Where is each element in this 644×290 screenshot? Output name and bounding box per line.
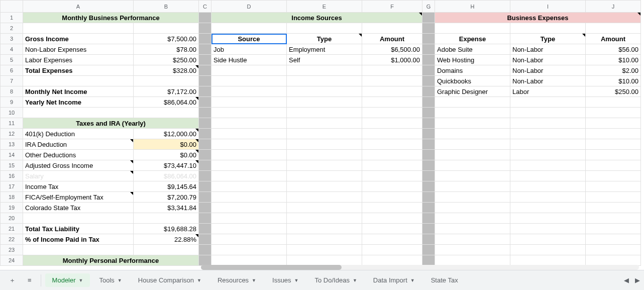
col-hdr-G[interactable]: G — [422, 1, 435, 13]
label-income-tax[interactable]: Income Tax — [23, 181, 134, 192]
val-gross-income[interactable]: $7,500.00 — [134, 34, 199, 44]
scroll-left-icon[interactable]: ◀ — [624, 276, 629, 284]
row-hdr-6[interactable]: 6 — [1, 65, 23, 76]
expense-amt-1[interactable]: $10.00 — [586, 55, 641, 65]
expense-name-0[interactable]: Adobe Suite — [435, 44, 510, 55]
tab-tools[interactable]: Tools▼ — [92, 273, 129, 287]
income-type-1[interactable]: Self — [287, 55, 362, 65]
section-monthly-business[interactable]: Monthly Business Performance — [23, 13, 199, 23]
expense-amt-3[interactable]: $10.00 — [586, 76, 641, 86]
val-total-exp[interactable]: $328.00 — [134, 65, 199, 76]
label-other-ded[interactable]: Other Deductions — [23, 150, 134, 160]
val-salary[interactable]: $86,064.00 — [134, 171, 199, 181]
expense-amt-4[interactable]: $250.00 — [586, 86, 641, 97]
tab-data-import[interactable]: Data Import▼ — [366, 273, 422, 287]
income-type-0[interactable]: Employment — [287, 44, 362, 55]
label-monthly-net[interactable]: Monthly Net Income — [23, 86, 134, 97]
row-hdr-12[interactable]: 12 — [1, 129, 23, 139]
val-total-tax[interactable]: $19,688.28 — [134, 224, 199, 234]
row-hdr-5[interactable]: 5 — [1, 55, 23, 65]
tab-todo-ideas[interactable]: To Do/Ideas▼ — [308, 273, 364, 287]
add-sheet-button[interactable]: ＋ — [4, 273, 21, 288]
val-other-ded[interactable]: $0.00 — [134, 150, 199, 160]
row-hdr-10[interactable]: 10 — [1, 108, 23, 118]
row-hdr-20[interactable]: 20 — [1, 213, 23, 224]
spreadsheet-grid[interactable]: A B C D E F G H I J 1 Monthly Business P… — [0, 0, 644, 266]
val-agi[interactable]: $73,447.10 — [134, 160, 199, 171]
row-hdr-19[interactable]: 19 — [1, 203, 23, 213]
val-monthly-net[interactable]: $7,172.00 — [134, 86, 199, 97]
row-hdr-1[interactable]: 1 — [1, 13, 23, 23]
row-hdr-2[interactable]: 2 — [1, 23, 23, 34]
col-hdr-D[interactable]: D — [211, 1, 287, 13]
label-total-tax[interactable]: Total Tax Liability — [23, 224, 134, 234]
val-labor[interactable]: $250.00 — [134, 55, 199, 65]
label-401k[interactable]: 401(k) Deduction — [23, 129, 134, 139]
tab-modeler[interactable]: Modeler▼ — [45, 273, 90, 287]
row-hdr-8[interactable]: 8 — [1, 86, 23, 97]
scroll-right-icon[interactable]: ▶ — [635, 276, 640, 284]
val-401k[interactable]: $12,000.00 — [134, 129, 199, 139]
expense-type-0[interactable]: Non-Labor — [510, 44, 586, 55]
col-hdr-H[interactable]: H — [435, 1, 510, 13]
section-business-expenses[interactable]: Business Expenses — [435, 13, 641, 23]
row-hdr-18[interactable]: 18 — [1, 192, 23, 203]
row-hdr-17[interactable]: 17 — [1, 181, 23, 192]
scrollbar-thumb[interactable] — [201, 265, 342, 270]
col-hdr-I[interactable]: I — [510, 1, 586, 13]
expense-name-2[interactable]: Domains — [435, 65, 510, 76]
income-source-0[interactable]: Job — [211, 44, 287, 55]
tab-house-comparison[interactable]: House Comparison▼ — [131, 273, 208, 287]
row-hdr-9[interactable]: 9 — [1, 97, 23, 108]
label-nonlabor[interactable]: Non-Labor Expenses — [23, 44, 134, 55]
label-labor[interactable]: Labor Expenses — [23, 55, 134, 65]
col-hdr-B[interactable]: B — [134, 1, 199, 13]
row-hdr-13[interactable]: 13 — [1, 139, 23, 150]
expense-type-2[interactable]: Non-Labor — [510, 65, 586, 76]
hdr-exp-amount[interactable]: Amount — [586, 34, 641, 44]
row-hdr-7[interactable]: 7 — [1, 76, 23, 86]
hdr-expense[interactable]: Expense — [435, 34, 510, 44]
row-hdr-14[interactable]: 14 — [1, 150, 23, 160]
section-taxes-ira[interactable]: Taxes and IRA (Yearly) — [23, 118, 199, 129]
label-total-exp[interactable]: Total Expenses — [23, 65, 134, 76]
row-hdr-3[interactable]: 3 — [1, 34, 23, 44]
income-source-1[interactable]: Side Hustle — [211, 55, 287, 65]
tab-state-tax[interactable]: State Tax — [424, 273, 465, 287]
expense-name-3[interactable]: Quickbooks — [435, 76, 510, 86]
section-monthly-personal[interactable]: Monthly Personal Performance — [23, 255, 199, 266]
val-fica[interactable]: $7,200.79 — [134, 192, 199, 203]
section-income-sources[interactable]: Income Sources — [211, 13, 422, 23]
val-state-tax[interactable]: $3,341.84 — [134, 203, 199, 213]
expense-name-1[interactable]: Web Hosting — [435, 55, 510, 65]
hdr-source[interactable]: Source — [211, 34, 287, 44]
horizontal-scrollbar[interactable] — [201, 265, 639, 270]
hdr-type[interactable]: Type — [287, 34, 362, 44]
row-hdr-23[interactable]: 23 — [1, 245, 23, 255]
val-ira[interactable]: $0.00 — [134, 139, 199, 150]
label-gross-income[interactable]: Gross Income — [23, 34, 134, 44]
all-sheets-button[interactable]: ≡ — [23, 273, 37, 287]
expense-type-4[interactable]: Labor — [510, 86, 586, 97]
expense-amt-2[interactable]: $2.00 — [586, 65, 641, 76]
label-ira[interactable]: IRA Deduction — [23, 139, 134, 150]
label-agi[interactable]: Adjusted Gross Income — [23, 160, 134, 171]
label-pct-tax[interactable]: % of Income Paid in Tax — [23, 234, 134, 245]
hdr-amount[interactable]: Amount — [362, 34, 422, 44]
tab-issues[interactable]: Issues▼ — [265, 273, 306, 287]
val-nonlabor[interactable]: $78.00 — [134, 44, 199, 55]
row-hdr-21[interactable]: 21 — [1, 224, 23, 234]
col-hdr-A[interactable]: A — [23, 1, 134, 13]
income-amt-1[interactable]: $1,000.00 — [362, 55, 422, 65]
row-hdr-11[interactable]: 11 — [1, 118, 23, 129]
label-state-tax[interactable]: Colorado State Tax — [23, 203, 134, 213]
column-headers[interactable]: A B C D E F G H I J — [1, 1, 641, 13]
col-hdr-J[interactable]: J — [586, 1, 641, 13]
row-hdr-22[interactable]: 22 — [1, 234, 23, 245]
tab-resources[interactable]: Resources▼ — [210, 273, 263, 287]
row-hdr-4[interactable]: 4 — [1, 44, 23, 55]
col-hdr-C[interactable]: C — [199, 1, 211, 13]
val-yearly-net[interactable]: $86,064.00 — [134, 97, 199, 108]
label-fica[interactable]: FICA/Self-Employment Tax — [23, 192, 134, 203]
row-hdr-24[interactable]: 24 — [1, 255, 23, 266]
